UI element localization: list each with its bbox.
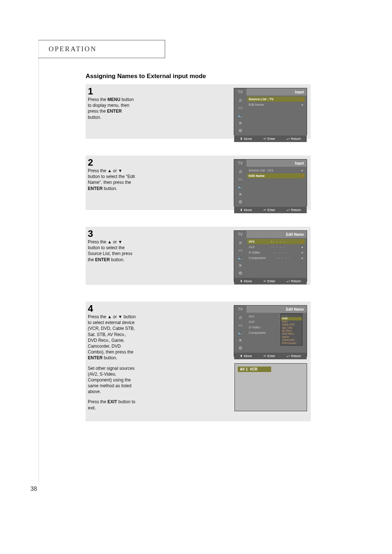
osd-heading-input: Input — [246, 161, 307, 165]
osd-icon-rail: ⎚ ▭ 🔈 ✕ ⚙ — [234, 313, 246, 353]
step-4-number: 4 — [88, 303, 93, 314]
popup-item[interactable]: Cable STB — [281, 323, 302, 326]
step-4-para3: Press the EXIT button to exit. — [88, 399, 135, 410]
osd-step-4: TV Edit Name ⎚ ▭ 🔈 ✕ ⚙ AV1: AV2: — [234, 305, 307, 357]
preview-source-tag: AV 1 VCR — [238, 367, 271, 372]
popup-item[interactable]: Sat. STB — [281, 327, 302, 329]
hint-return: ⮐ Return — [287, 279, 301, 283]
osd-row-av1[interactable]: AV1 : - - - - ▸ — [247, 239, 305, 244]
hint-move: ⬍ Move — [240, 354, 252, 358]
step-2-text: Press the ▲ or ▼ button to select the "E… — [88, 168, 135, 191]
step-3-text: Press the ▲ or ▼ button to select the So… — [88, 239, 135, 263]
header-operation-label: OPERATION — [49, 45, 97, 53]
picture-icon: ▭ — [237, 176, 244, 182]
osd-step-3: TV Edit Name ⎚ ▭ 🔈 ✕ ⚙ AV1 : - - - - ▸ — [234, 230, 307, 282]
popup-item[interactable]: Camcorder — [281, 339, 302, 341]
hint-enter: ↵ Enter — [264, 279, 275, 283]
input-icon: ⎚ — [237, 97, 244, 103]
osd-row-av2[interactable]: AV2 : - - - - ▸ — [247, 244, 305, 250]
hint-return: ⮐ Return — [287, 208, 301, 212]
osd-row-component[interactable]: Component : - - - - ▸ — [247, 255, 305, 260]
osd-tab: TV — [234, 306, 246, 313]
picture-icon: ▭ — [237, 247, 244, 253]
preview-screen: AV 1 VCR — [234, 363, 307, 411]
osd-footer: ⬍ Move ↵ Enter ⮐ Return — [234, 353, 307, 359]
osd-heading-editname: Edit Name — [246, 232, 307, 236]
input-icon: ⎚ — [237, 240, 244, 246]
input-icon: ⎚ — [237, 315, 244, 320]
osd-row-source-list[interactable]: Source List : TV ▸ — [247, 97, 305, 102]
chevron-right-icon: ▸ — [302, 251, 303, 254]
step-3-block: 3 Press the ▲ or ▼ button to select the … — [86, 227, 311, 285]
popup-item[interactable]: Game — [281, 336, 302, 339]
chevron-right-icon: ▸ — [302, 169, 303, 172]
popup-item[interactable]: AV Recv. — [281, 329, 302, 332]
popup-item[interactable]: DVD Combo — [281, 342, 302, 345]
hint-move: ⬍ Move — [240, 279, 252, 283]
chevron-right-icon: ▸ — [302, 103, 303, 106]
osd-footer: ⬍ Move ↵ Enter ⮐ Return — [234, 136, 307, 142]
sound-icon: 🔈 — [237, 255, 244, 261]
hint-return: ⮐ Return — [287, 137, 301, 141]
osd-icon-rail: ⎚ ▭ 🔈 ✕ ⚙ — [234, 238, 246, 278]
step-1-block: 1 Press the MENU button to display menu,… — [86, 84, 311, 139]
osd-row-svideo[interactable]: S-Video : - - - - ▸ — [247, 250, 305, 255]
hint-move: ⬍ Move — [240, 137, 252, 141]
chevron-right-icon: ▸ — [302, 174, 303, 178]
osd-step-1: TV Input ⎚ ▭ 🔈 ✕ ⚙ Source List : TV ▸ — [234, 88, 307, 135]
popup-item[interactable]: DVD Recv. — [281, 332, 302, 335]
setup-icon: ✕ — [237, 191, 244, 197]
sliders-icon: ⚙ — [237, 128, 244, 134]
step-3-number: 3 — [88, 228, 93, 239]
header-operation-box: OPERATION — [38, 40, 165, 58]
step-2-block: 2 Press the ▲ or ▼ button to select the … — [86, 155, 311, 210]
hint-enter: ↵ Enter — [264, 208, 275, 212]
osd-icon-rail: ⎚ ▭ 🔈 ✕ ⚙ — [234, 167, 246, 207]
sound-icon: 🔈 — [237, 113, 244, 118]
osd-icon-rail: ⎚ ▭ 🔈 ✕ ⚙ — [234, 96, 246, 136]
step-4-para2: Set other signal sources (AV2, S-Video, … — [88, 366, 135, 395]
popup-top-dashes: - - - - — [281, 314, 302, 317]
osd-heading-input: Input — [246, 90, 307, 94]
page-number: 38 — [30, 486, 37, 492]
step-4-block: 4 Press the ▲ or ▼ button to select exte… — [86, 302, 311, 421]
hint-enter: ↵ Enter — [264, 137, 275, 141]
step-4-text: Press the ▲ or ▼ button to select extern… — [88, 314, 136, 411]
hint-move: ⬍ Move — [240, 208, 252, 212]
chevron-right-icon: ▸ — [302, 97, 303, 101]
osd-tab: TV — [234, 231, 246, 238]
picture-icon: ▭ — [237, 105, 244, 111]
chevron-right-icon: ▸ — [302, 245, 303, 249]
osd-footer: ⬍ Move ↵ Enter ⮐ Return — [234, 278, 307, 284]
popup-item[interactable]: VCR — [281, 317, 302, 320]
sliders-icon: ⚙ — [237, 199, 244, 205]
sliders-icon: ⚙ — [237, 345, 244, 351]
hint-return: ⮐ Return — [287, 354, 301, 358]
sound-icon: 🔈 — [237, 184, 244, 190]
setup-icon: ✕ — [237, 263, 244, 268]
osd-tab: TV — [234, 88, 246, 96]
picture-icon: ▭ — [237, 322, 244, 328]
osd-heading-editname: Edit Name — [246, 307, 307, 311]
popup-item[interactable]: DVD — [281, 320, 302, 323]
left-vertical-rule — [38, 40, 39, 482]
hint-enter: ↵ Enter — [264, 354, 275, 358]
setup-icon: ✕ — [237, 120, 244, 126]
step-2-number: 2 — [88, 157, 93, 168]
sliders-icon: ⚙ — [237, 270, 244, 276]
osd-row-edit-name[interactable]: Edit Name ▸ — [247, 102, 305, 107]
osd-footer: ⬍ Move ↵ Enter ⮐ Return — [234, 207, 307, 213]
input-icon: ⎚ — [237, 169, 244, 174]
osd-tab: TV — [234, 159, 246, 167]
device-popup-list[interactable]: - - - - VCR DVD Cable STB Sat. STB AV Re… — [281, 314, 302, 345]
setup-icon: ✕ — [237, 337, 244, 343]
sound-icon: 🔈 — [237, 330, 244, 336]
section-title: Assigning Names to External input mode — [86, 73, 206, 80]
osd-step-2: TV Input ⎚ ▭ 🔈 ✕ ⚙ Source List : AV1 ▸ — [234, 159, 307, 206]
chevron-right-icon: ▸ — [302, 256, 303, 260]
step-1-text: Press the MENU button to display menu, t… — [88, 97, 135, 120]
step-1-number: 1 — [88, 86, 93, 97]
chevron-right-icon: ▸ — [302, 240, 303, 243]
osd-row-edit-name[interactable]: Edit Name ▸ — [247, 173, 305, 178]
osd-row-source-list[interactable]: Source List : AV1 ▸ — [247, 168, 305, 173]
